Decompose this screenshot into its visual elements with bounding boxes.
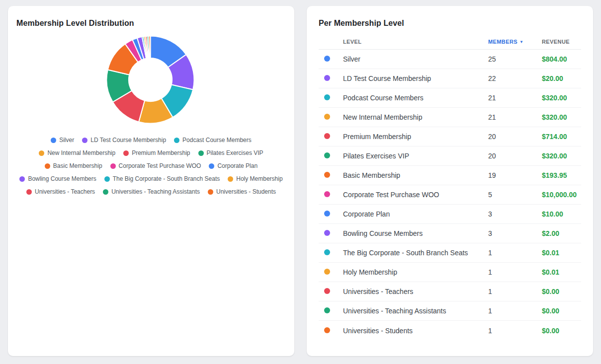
table-row: Bowling Course Members3$2.00: [319, 224, 581, 243]
per-membership-level-card: Per Membership Level LEVEL MEMBERS▼ REVE…: [307, 6, 593, 356]
legend-row: SilverLD Test Course MembershipPodcast C…: [16, 135, 286, 146]
level-color-cell: [319, 55, 343, 64]
members-count-cell: 20: [488, 133, 542, 141]
legend-color-dot: [228, 176, 233, 182]
table-row: Corporate Plan3$10.00: [319, 205, 581, 224]
members-count-cell: 1: [488, 268, 542, 276]
legend-color-dot: [208, 189, 213, 195]
level-name-cell: Premium Membership: [343, 133, 488, 141]
level-color-dot: [324, 249, 330, 255]
legend-item[interactable]: Holy Membership: [228, 175, 282, 182]
legend-color-dot: [26, 189, 32, 195]
level-color-dot: [324, 114, 330, 120]
membership-distribution-card: Membership Level Distribution SilverLD T…: [8, 6, 294, 356]
revenue-cell: $0.01: [542, 249, 581, 257]
revenue-cell: $10.00: [542, 210, 581, 218]
legend-item[interactable]: New Internal Membership: [39, 149, 115, 156]
level-color-cell: [319, 210, 343, 218]
legend-item-label: Pilates Exercises VIP: [207, 149, 263, 156]
legend-item[interactable]: Pilates Exercises VIP: [198, 149, 263, 156]
legend-item-label: Universities - Teachers: [35, 188, 95, 195]
level-color-cell: [319, 306, 343, 315]
revenue-cell: $10,000.00: [542, 191, 581, 199]
legend-item-label: Podcast Course Members: [182, 137, 252, 144]
level-color-dot: [324, 191, 330, 197]
level-color-dot: [324, 75, 330, 81]
legend-row: Basic MembershipCorporate Test Purchase …: [16, 160, 286, 171]
members-count-cell: 1: [488, 249, 542, 257]
legend-item[interactable]: Silver: [51, 137, 74, 144]
level-color-cell: [319, 171, 343, 180]
members-count-cell: 5: [488, 191, 542, 199]
level-name-cell: Corporate Test Purchase WOO: [343, 191, 488, 199]
legend-item[interactable]: Basic Membership: [45, 162, 102, 169]
legend-color-dot: [103, 189, 108, 195]
legend-item-label: Basic Membership: [53, 162, 102, 169]
legend-color-dot: [82, 138, 87, 143]
distribution-card-title: Membership Level Distribution: [16, 19, 286, 28]
legend-item[interactable]: Universities - Students: [208, 188, 276, 195]
members-count-cell: 1: [488, 307, 542, 315]
legend-item-label: The Big Corporate - South Branch Seats: [113, 175, 220, 182]
level-name-cell: Corporate Plan: [343, 210, 488, 218]
donut-segment[interactable]: [149, 36, 150, 58]
legend-color-dot: [198, 150, 204, 156]
legend-item[interactable]: Universities - Teaching Assistants: [103, 188, 200, 195]
legend-row: Bowling Course MembersThe Big Corporate …: [16, 173, 286, 184]
donut-chart: [16, 32, 286, 132]
level-name-cell: Holy Membership: [343, 268, 488, 276]
revenue-cell: $0.01: [542, 268, 581, 276]
revenue-cell: $0.00: [542, 327, 581, 335]
level-color-cell: [319, 151, 343, 160]
legend-item[interactable]: The Big Corporate - South Branch Seats: [104, 175, 220, 182]
legend-color-dot: [45, 163, 50, 169]
level-color-dot: [324, 230, 330, 236]
level-name-cell: New Internal Membership: [343, 113, 488, 121]
level-name-cell: Podcast Course Members: [343, 94, 488, 102]
level-color-dot: [324, 211, 330, 217]
membership-table: LEVEL MEMBERS▼ REVENUE Silver25$804.00LD…: [319, 37, 581, 340]
members-count-cell: 20: [488, 152, 542, 160]
legend-row: New Internal MembershipPremium Membershi…: [16, 147, 286, 158]
column-header-members[interactable]: MEMBERS▼: [488, 39, 542, 45]
level-color-dot: [324, 133, 330, 139]
legend-item-label: Bowling Course Members: [28, 175, 96, 182]
members-count-cell: 21: [488, 94, 542, 102]
dashboard-page: Membership Level Distribution SilverLD T…: [0, 0, 601, 362]
column-header-revenue[interactable]: REVENUE: [542, 39, 581, 45]
members-header-label: MEMBERS: [488, 39, 517, 45]
level-color-dot: [324, 288, 330, 294]
revenue-cell: $2.00: [542, 229, 581, 237]
column-header-level[interactable]: LEVEL: [343, 39, 488, 45]
members-count-cell: 21: [488, 113, 542, 121]
revenue-cell: $320.00: [542, 152, 581, 160]
legend-item[interactable]: Premium Membership: [123, 149, 190, 156]
legend-item-label: LD Test Course Membership: [90, 137, 166, 144]
legend-color-dot: [123, 150, 129, 156]
level-color-dot: [324, 152, 330, 158]
legend-color-dot: [19, 176, 25, 182]
members-count-cell: 22: [488, 74, 542, 82]
revenue-cell: $20.00: [542, 74, 581, 82]
members-count-cell: 3: [488, 229, 542, 237]
legend-item[interactable]: Corporate Plan: [209, 162, 258, 169]
legend-item[interactable]: Universities - Teachers: [26, 188, 95, 195]
members-count-cell: 19: [488, 171, 542, 179]
table-row: Podcast Course Members21$320.00: [319, 88, 581, 108]
legend-color-dot: [209, 163, 214, 169]
revenue-cell: $0.00: [542, 307, 581, 315]
level-name-cell: Universities - Teachers: [343, 288, 488, 295]
level-color-dot: [324, 327, 330, 333]
legend-item[interactable]: LD Test Course Membership: [82, 137, 166, 144]
legend-item[interactable]: Bowling Course Members: [19, 175, 96, 182]
legend-row: Universities - TeachersUniversities - Te…: [16, 186, 286, 197]
legend-item[interactable]: Corporate Test Purchase WOO: [110, 162, 201, 169]
table-row: Universities - Teaching Assistants1$0.00: [319, 301, 581, 321]
legend-item-label: New Internal Membership: [47, 149, 115, 156]
level-color-cell: [319, 74, 343, 83]
level-color-dot: [324, 269, 330, 275]
table-row: The Big Corporate - South Branch Seats1$…: [319, 243, 581, 263]
legend-item-label: Silver: [59, 137, 74, 144]
level-name-cell: The Big Corporate - South Branch Seats: [343, 249, 488, 257]
legend-item[interactable]: Podcast Course Members: [174, 137, 252, 144]
